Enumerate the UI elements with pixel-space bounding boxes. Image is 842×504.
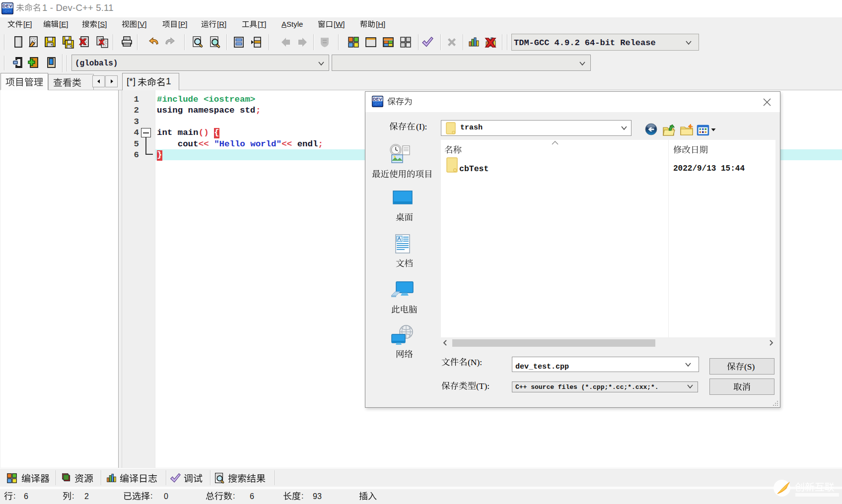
svg-text:DEV: DEV [2,3,12,8]
svg-text:-C++: -C++ [374,102,381,106]
svg-text:-C++: -C++ [3,9,11,13]
svg-text:DEV: DEV [373,97,382,102]
